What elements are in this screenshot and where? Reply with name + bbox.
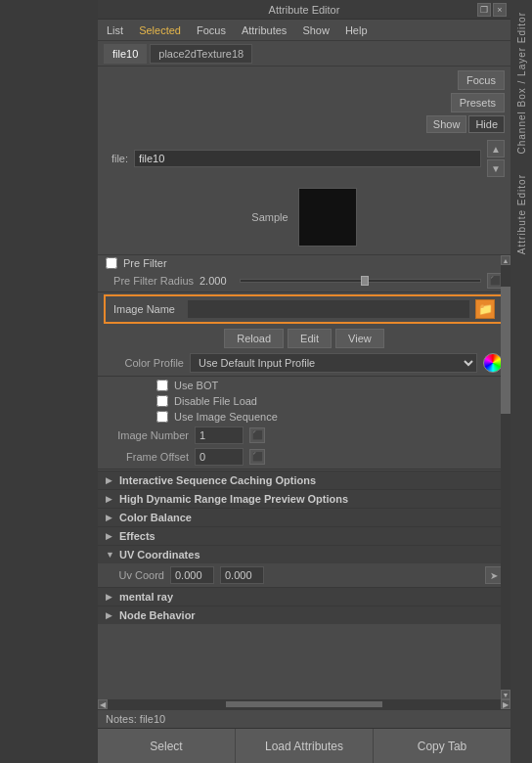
show-button[interactable]: Show xyxy=(426,115,467,133)
use-image-seq-checkbox[interactable] xyxy=(156,411,168,423)
disable-file-load-row: Disable File Load xyxy=(98,393,510,409)
frame-offset-input[interactable] xyxy=(195,448,244,466)
color-wheel-icon[interactable] xyxy=(483,353,503,373)
section-hdr[interactable]: ▶ High Dynamic Range Image Preview Optio… xyxy=(98,489,510,508)
color-profile-label: Color Profile xyxy=(106,357,184,369)
menu-list[interactable]: List xyxy=(104,22,126,38)
section-interactive-seq[interactable]: ▶ Interactive Sequence Caching Options xyxy=(98,471,510,489)
presets-button[interactable]: Presets xyxy=(451,93,505,112)
menu-help[interactable]: Help xyxy=(342,22,371,38)
frame-offset-row: Frame Offset ⬛ xyxy=(98,446,510,468)
section-arrow-3: ▶ xyxy=(106,531,115,541)
load-attributes-button[interactable]: Load Attributes xyxy=(236,729,374,763)
scroll-up-button[interactable]: ▲ xyxy=(501,255,510,265)
image-number-icon[interactable]: ⬛ xyxy=(249,427,265,443)
file-input[interactable] xyxy=(134,150,481,167)
scroll-thumb xyxy=(501,287,510,414)
horizontal-scrollbar[interactable]: ◀ ▶ xyxy=(98,699,510,709)
uv-coord-row: Uv Coord ➤ xyxy=(98,563,510,587)
notes-label: Notes: xyxy=(106,713,137,725)
menu-selected[interactable]: Selected xyxy=(136,22,184,38)
sidebar-label-attr: Attribute Editor xyxy=(516,174,527,254)
file-side-icons: ▲ ▼ xyxy=(487,140,505,177)
view-button[interactable]: View xyxy=(335,329,384,348)
menu-focus[interactable]: Focus xyxy=(194,22,229,38)
prefilter-radius-slider[interactable] xyxy=(240,279,481,283)
file-icon-down[interactable]: ▼ xyxy=(487,159,505,177)
prefilter-radius-value: 2.000 xyxy=(200,275,234,287)
image-number-input[interactable] xyxy=(195,426,244,444)
vertical-scrollbar[interactable]: ▲ ▼ xyxy=(501,255,510,699)
color-profile-select[interactable]: Use Default Input Profile xyxy=(190,353,477,373)
copy-tab-button[interactable]: Copy Tab xyxy=(374,729,510,763)
tab-file10[interactable]: file10 xyxy=(104,44,147,64)
hide-button[interactable]: Hide xyxy=(468,115,505,133)
prefilter-radius-row: Pre Filter Radius 2.000 ⬛ xyxy=(98,271,510,291)
menu-attributes[interactable]: Attributes xyxy=(239,22,289,38)
section-title-4: UV Coordinates xyxy=(119,549,200,561)
section-effects[interactable]: ▶ Effects xyxy=(98,526,510,545)
select-button[interactable]: Select xyxy=(98,729,236,763)
use-bot-row: Use BOT xyxy=(98,378,510,393)
folder-icon-button[interactable]: 📁 xyxy=(475,299,495,319)
notes-value: file10 xyxy=(140,713,165,725)
title-bar: Attribute Editor ❐ × xyxy=(98,0,510,20)
disable-file-load-checkbox[interactable] xyxy=(156,395,168,407)
notes-bar: Notes: file10 xyxy=(98,709,510,728)
edit-button[interactable]: Edit xyxy=(288,329,332,348)
reload-edit-view-row: Reload Edit View xyxy=(98,326,510,351)
restore-button[interactable]: ❐ xyxy=(477,3,491,17)
close-button[interactable]: × xyxy=(493,3,507,17)
section-arrow-0: ▶ xyxy=(106,475,115,485)
attribute-editor: Attribute Editor ❐ × List Selected Focus… xyxy=(98,0,510,763)
disable-file-load-label: Disable File Load xyxy=(174,395,257,407)
h-scroll-track xyxy=(110,701,499,707)
use-bot-checkbox[interactable] xyxy=(156,380,168,391)
menu-bar: List Selected Focus Attributes Show Help xyxy=(98,20,510,41)
left-panel xyxy=(0,0,98,763)
section-title-1: High Dynamic Range Image Preview Options xyxy=(119,493,348,505)
content-area: Focus Presets Show Hide file: ▲ ▼ Sample xyxy=(98,67,510,763)
right-sidebar: Channel Box / Layer Editor Attribute Edi… xyxy=(510,0,532,763)
section-node-behavior[interactable]: ▶ Node Behavior xyxy=(98,606,510,624)
prefilter-radius-label: Pre Filter Radius xyxy=(106,275,194,287)
section-title-0: Interactive Sequence Caching Options xyxy=(119,474,316,486)
scroll-area[interactable]: Pre Filter Pre Filter Radius 2.000 ⬛ Ima… xyxy=(98,254,510,699)
h-scroll-right[interactable]: ▶ xyxy=(501,699,510,709)
section-title-6: Node Behavior xyxy=(119,609,196,621)
frame-offset-icon[interactable]: ⬛ xyxy=(249,449,265,465)
reload-button[interactable]: Reload xyxy=(224,329,284,348)
sidebar-label-channel: Channel Box / Layer Editor xyxy=(516,12,527,155)
image-number-label: Image Number xyxy=(106,429,189,441)
prefilter-checkbox[interactable] xyxy=(106,257,117,269)
frame-offset-label: Frame Offset xyxy=(106,451,189,463)
uv-coord-label: Uv Coord xyxy=(106,569,164,581)
section-arrow-2: ▶ xyxy=(106,513,115,522)
uv-coord-input-1[interactable] xyxy=(170,566,214,584)
section-arrow-6: ▶ xyxy=(106,610,115,620)
section-uv-coords[interactable]: ▼ UV Coordinates xyxy=(98,545,510,563)
bottom-bar: Select Load Attributes Copy Tab xyxy=(98,728,510,763)
slider-thumb xyxy=(361,276,369,286)
section-title-5: mental ray xyxy=(119,591,173,603)
uv-coord-input-2[interactable] xyxy=(220,566,264,584)
sample-label: Sample xyxy=(251,211,288,223)
file-label: file: xyxy=(104,153,128,164)
use-bot-label: Use BOT xyxy=(174,380,218,391)
image-name-label: Image Name xyxy=(113,303,182,315)
scroll-track xyxy=(501,265,510,690)
prefilter-label: Pre Filter xyxy=(123,257,167,269)
section-title-2: Color Balance xyxy=(119,512,192,523)
tab-place2dtexture[interactable]: place2dTexture18 xyxy=(150,44,252,64)
section-arrow-1: ▶ xyxy=(106,494,115,504)
scroll-down-button[interactable]: ▼ xyxy=(501,690,510,699)
menu-show[interactable]: Show xyxy=(299,22,332,38)
section-color-balance[interactable]: ▶ Color Balance xyxy=(98,508,510,526)
h-scroll-left[interactable]: ◀ xyxy=(98,699,108,709)
section-mental-ray[interactable]: ▶ mental ray xyxy=(98,587,510,606)
sample-swatch xyxy=(298,188,357,247)
image-name-input[interactable] xyxy=(188,300,469,318)
file-icon-up[interactable]: ▲ xyxy=(487,140,505,157)
prefilter-row: Pre Filter xyxy=(98,255,510,271)
focus-button[interactable]: Focus xyxy=(458,70,505,90)
